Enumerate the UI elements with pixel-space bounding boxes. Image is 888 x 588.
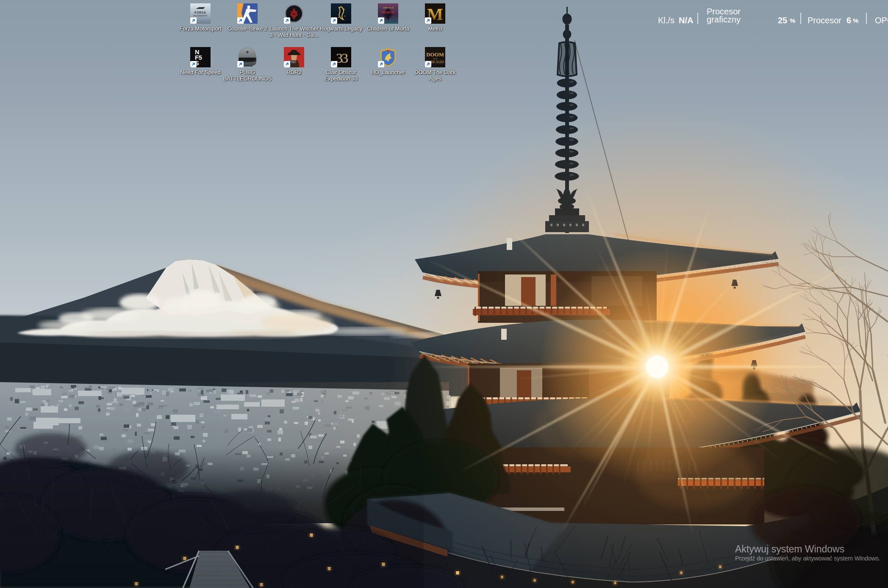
svg-text:DOOM: DOOM [426, 51, 444, 58]
svg-text:33: 33 [336, 50, 348, 66]
